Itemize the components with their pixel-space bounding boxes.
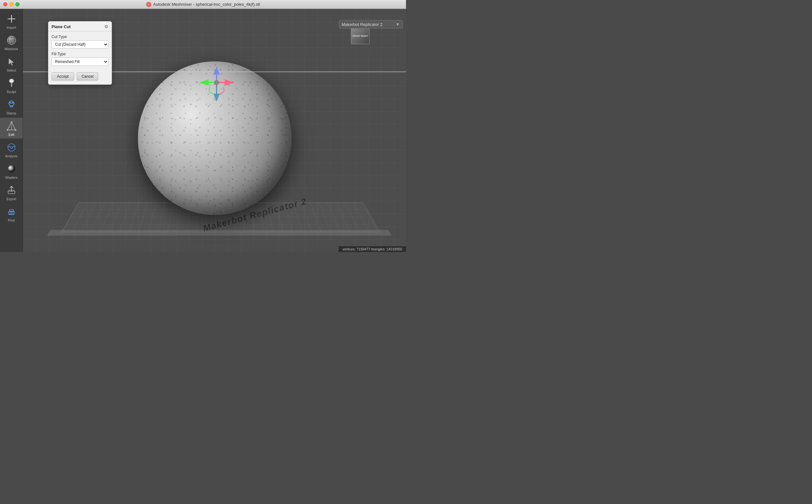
cancel-button[interactable]: Cancel <box>77 72 98 81</box>
print-label: Print <box>8 218 15 222</box>
svg-marker-29 <box>199 79 209 86</box>
meshmix-icon <box>6 35 17 46</box>
close-button[interactable] <box>3 2 7 6</box>
svg-rect-8 <box>11 83 12 87</box>
svg-point-12 <box>12 102 13 103</box>
select-icon <box>6 56 17 67</box>
cut-type-select[interactable]: Cut (Discard Half) Cut (Keep Both) Slice <box>51 40 108 49</box>
stamp-label: Stamp <box>6 111 16 115</box>
svg-point-17 <box>11 121 12 123</box>
panel-title: Plane Cut <box>51 24 71 29</box>
status-bar: vertices: 7159477 triangles: 14318950 <box>338 246 406 252</box>
compass-cube-label: FRONT RIGHT <box>352 35 368 37</box>
sculpt-label: Sculpt <box>7 90 16 94</box>
analysis-icon <box>6 142 17 153</box>
sidebar-item-export[interactable]: Export <box>0 182 23 203</box>
import-label: Import <box>7 26 16 29</box>
sidebar: Import Meshmix <box>0 9 23 252</box>
maximize-button[interactable] <box>15 2 20 6</box>
sidebar-item-stamp[interactable]: Stamp <box>0 96 23 117</box>
gizmo <box>197 65 236 103</box>
status-text: vertices: 7159477 triangles: 14318950 <box>342 247 402 251</box>
gear-icon[interactable]: ⚙ <box>104 24 108 29</box>
window-controls[interactable] <box>3 2 20 6</box>
app-icon <box>146 2 151 7</box>
sidebar-item-shaders[interactable]: Shaders <box>0 161 23 181</box>
stamp-icon <box>6 99 17 110</box>
select-label: Select <box>7 68 16 72</box>
svg-point-37 <box>214 80 219 85</box>
svg-rect-25 <box>9 209 13 212</box>
sidebar-item-import[interactable]: Import <box>0 11 23 31</box>
panel-buttons: Accept Cancel <box>48 70 112 81</box>
sidebar-item-print[interactable]: Print <box>0 203 23 224</box>
minimize-button[interactable] <box>9 2 13 6</box>
export-label: Export <box>6 197 16 201</box>
svg-rect-13 <box>10 106 13 107</box>
title-bar: Autodesk Meshmixer - spherical-lroc_colo… <box>0 0 406 9</box>
viewport[interactable]: Makerbot Replicator 2 <box>23 9 406 252</box>
shaders-icon <box>6 163 17 175</box>
svg-point-9 <box>10 80 13 82</box>
analysis-label: Analysis <box>5 154 18 158</box>
sidebar-item-sculpt[interactable]: Sculpt <box>0 75 23 96</box>
svg-marker-6 <box>9 59 14 66</box>
sidebar-item-edit[interactable]: Edit <box>0 118 23 138</box>
accept-button[interactable]: Accept <box>51 72 74 81</box>
cut-type-group: Cut Type Cut (Discard Half) Cut (Keep Bo… <box>51 35 108 49</box>
printer-dropdown-arrow[interactable]: ▼ <box>395 22 400 27</box>
fill-type-label: Fill Type <box>51 52 108 56</box>
edit-label: Edit <box>8 133 14 137</box>
meshmix-label: Meshmix <box>4 47 18 51</box>
app-body: Import Meshmix <box>0 9 406 252</box>
svg-point-21 <box>10 146 12 148</box>
svg-marker-35 <box>213 94 220 102</box>
sidebar-item-meshmix[interactable]: Meshmix <box>0 32 23 53</box>
shaders-label: Shaders <box>5 176 18 179</box>
panel-body: Cut Type Cut (Discard Half) Cut (Keep Bo… <box>48 31 112 70</box>
svg-point-5 <box>7 36 15 44</box>
svg-point-20 <box>8 144 15 151</box>
sculpt-icon <box>6 77 17 89</box>
fill-type-group: Fill Type Remeshed Fill Flat Fill No Fil… <box>51 52 108 66</box>
printer-label: Makerbot Replicator 2 <box>342 22 393 27</box>
print-icon <box>6 206 17 217</box>
sidebar-item-analysis[interactable]: Analysis <box>0 139 23 160</box>
svg-point-19 <box>14 129 16 131</box>
svg-point-18 <box>6 129 8 131</box>
panel-header: Plane Cut ⚙ <box>48 21 112 31</box>
svg-marker-33 <box>213 67 220 75</box>
export-icon <box>6 185 17 196</box>
edit-icon <box>6 120 17 132</box>
svg-point-22 <box>8 165 15 172</box>
platform-base <box>47 230 391 236</box>
sidebar-item-select[interactable]: Select <box>0 53 23 74</box>
svg-marker-31 <box>225 79 234 86</box>
title-text: Autodesk Meshmixer - spherical-lroc_colo… <box>153 2 260 7</box>
plane-cut-panel: Plane Cut ⚙ Cut Type Cut (Discard Half) … <box>48 21 112 85</box>
cut-type-label: Cut Type <box>51 35 108 39</box>
fill-type-select[interactable]: Remeshed Fill Flat Fill No Fill Exterior… <box>51 58 108 66</box>
import-icon <box>6 13 17 25</box>
svg-point-11 <box>10 102 11 103</box>
window-title: Autodesk Meshmixer - spherical-lroc_colo… <box>146 2 260 7</box>
printer-selector[interactable]: Makerbot Replicator 2 ▼ <box>339 20 403 28</box>
